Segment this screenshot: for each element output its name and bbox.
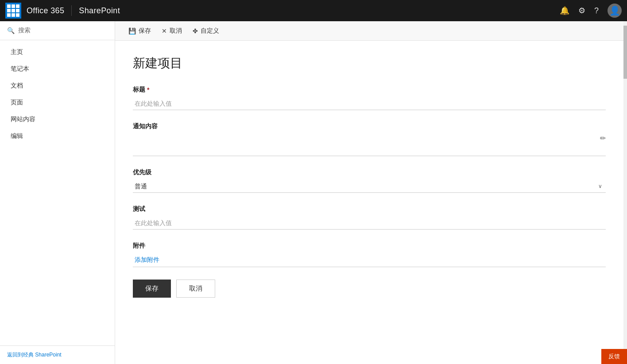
add-attachment-button[interactable]: 添加附件	[133, 253, 606, 267]
settings-icon[interactable]: ⚙	[578, 6, 585, 15]
waffle-grid-icon	[7, 4, 19, 17]
sidebar-item-pages[interactable]: 页面	[0, 94, 115, 111]
test-input[interactable]	[133, 217, 606, 230]
scrollbar[interactable]	[623, 21, 627, 364]
form-content: 新建项目 标题 * 通知内容 ✏ 优先	[115, 41, 623, 364]
content-area: 💾 保存 ✕ 取消 ✤ 自定义 新建项目 标题 *	[115, 21, 623, 364]
form-title: 新建项目	[133, 55, 606, 72]
sharepoint-label: SharePoint	[79, 6, 120, 15]
required-indicator: *	[147, 86, 149, 93]
edit-icon[interactable]: ✏	[600, 134, 606, 142]
notification-icon[interactable]: 🔔	[560, 6, 569, 15]
attachment-field: 附件 添加附件	[133, 242, 606, 267]
title-input[interactable]	[133, 97, 606, 110]
title-field: 标题 *	[133, 86, 606, 110]
scroll-thumb[interactable]	[623, 26, 627, 79]
save-label: 保存	[139, 27, 151, 35]
form-toolbar: 💾 保存 ✕ 取消 ✤ 自定义	[115, 21, 623, 41]
office365-label: Office 365	[27, 6, 64, 15]
form-buttons: 保存 取消	[133, 280, 606, 307]
cancel-label: 取消	[170, 27, 182, 35]
sidebar-item-home[interactable]: 主页	[0, 44, 115, 61]
toolbar-save-button[interactable]: 💾 保存	[124, 24, 155, 38]
save-icon: 💾	[128, 27, 136, 34]
main-layout: 🔍 搜索 主页 笔记本 文档 页面 网站内容 编辑 返回到经典 Sha	[0, 21, 627, 364]
sidebar-navigation: 主页 笔记本 文档 页面 网站内容 编辑	[0, 40, 115, 345]
sidebar-item-label: 网站内容	[11, 115, 35, 123]
cancel-icon: ✕	[162, 27, 167, 34]
notification-label: 通知内容	[133, 123, 606, 130]
search-icon: 🔍	[7, 27, 15, 34]
user-avatar[interactable]: 👤	[608, 4, 622, 18]
sidebar-item-label: 笔记本	[11, 65, 29, 73]
toolbar-cancel-button[interactable]: ✕ 取消	[157, 24, 186, 38]
priority-select[interactable]: 普通 高 低	[133, 180, 606, 192]
search-label: 搜索	[18, 27, 31, 34]
sidebar-item-label: 编辑	[11, 132, 23, 140]
top-navigation: Office 365 SharePoint 🔔 ⚙ ? 👤	[0, 0, 627, 21]
test-label: 测试	[133, 205, 606, 213]
notification-field: 通知内容 ✏	[133, 123, 606, 156]
sidebar-item-edit[interactable]: 编辑	[0, 128, 115, 145]
form-save-button[interactable]: 保存	[133, 280, 171, 298]
nav-divider	[71, 5, 72, 16]
sidebar-item-label: 文档	[11, 82, 23, 90]
attachment-label: 附件	[133, 242, 606, 250]
sidebar: 🔍 搜索 主页 笔记本 文档 页面 网站内容 编辑 返回到经典 Sha	[0, 21, 115, 364]
test-field: 测试	[133, 205, 606, 230]
sidebar-item-label: 页面	[11, 99, 23, 107]
top-nav-right: 🔔 ⚙ ? 👤	[560, 4, 622, 18]
priority-field: 优先级 普通 高 低 ∨	[133, 169, 606, 193]
title-label: 标题 *	[133, 86, 606, 94]
customize-icon: ✤	[193, 27, 198, 34]
priority-label: 优先级	[133, 169, 606, 176]
form-cancel-button[interactable]: 取消	[176, 280, 215, 298]
app-launcher-button[interactable]	[5, 3, 21, 19]
notification-content-area[interactable]: ✏	[133, 134, 606, 156]
priority-select-wrapper: 普通 高 低 ∨	[133, 180, 606, 193]
search-bar[interactable]: 🔍 搜索	[0, 21, 115, 40]
sidebar-item-site-contents[interactable]: 网站内容	[0, 111, 115, 128]
feedback-button[interactable]: 反馈	[601, 349, 627, 364]
sidebar-item-notebook[interactable]: 笔记本	[0, 61, 115, 77]
help-icon[interactable]: ?	[594, 6, 599, 15]
sidebar-item-label: 主页	[11, 48, 23, 56]
customize-label: 自定义	[201, 27, 219, 35]
sidebar-item-documents[interactable]: 文档	[0, 77, 115, 94]
toolbar-customize-button[interactable]: ✤ 自定义	[188, 24, 224, 38]
classic-sharepoint-link[interactable]: 返回到经典 SharePoint	[0, 345, 115, 364]
